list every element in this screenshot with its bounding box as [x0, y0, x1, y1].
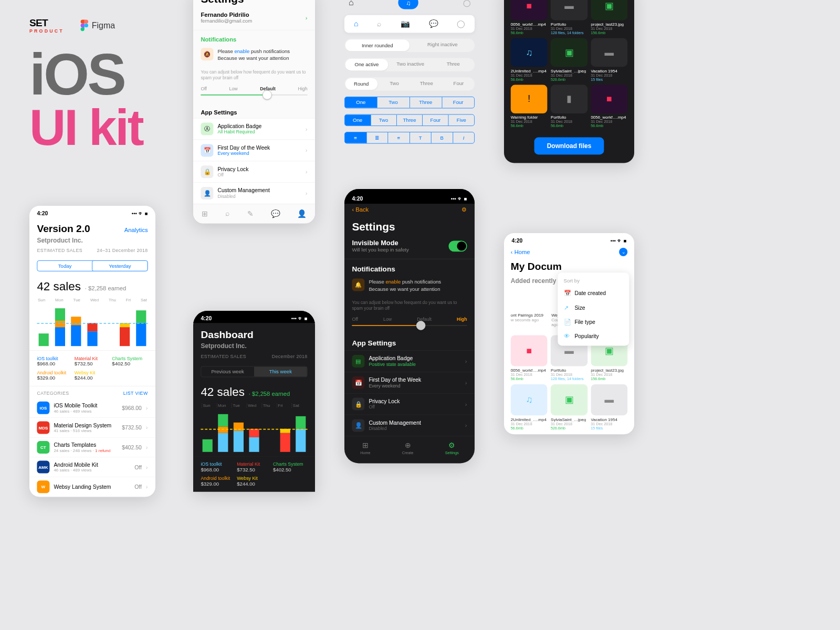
phone-version-light: 4:20••• ᯤ ■ Version 2.0Analytics Setprod…	[29, 206, 155, 497]
recent-item[interactable]: ont Pairings 2019w seconds ago	[511, 313, 547, 327]
align-center-icon[interactable]: ≣	[366, 132, 388, 143]
music-fab[interactable]: ♫	[398, 0, 418, 9]
sort-option[interactable]: 👁Popularity	[558, 329, 629, 343]
sort-dropdown[interactable]: Sort by 📅Date created↗Size📄File type👁Pop…	[558, 272, 629, 345]
grid-icon[interactable]: ⊞	[202, 209, 208, 218]
setting-row[interactable]: Ⓐ Application BadgeAll Habit Required ›	[193, 118, 315, 140]
back-home[interactable]: ‹ Home	[511, 249, 530, 256]
user-icon[interactable]: 👤	[297, 209, 307, 218]
phone-dashboard-dark: 4:20••• ᯤ ■ Dashboard Setproduct Inc. ES…	[193, 311, 315, 492]
setproduct-logo: SET PRODUCT	[29, 17, 64, 34]
user-tab-icon[interactable]: ◯	[457, 19, 465, 29]
setting-row[interactable]: 📅 First Day of the WeekEvery weekend ›	[344, 372, 475, 393]
enable-link[interactable]: enable	[234, 48, 249, 54]
seg-blue-4[interactable]: OneTwoThreeFour	[344, 97, 475, 108]
setting-row[interactable]: 📅 First Day of the WeekEvery weekend ›	[193, 140, 315, 161]
status-bar: 4:20••• ᯤ ■	[29, 206, 155, 218]
align-left-icon[interactable]: ≡	[345, 132, 366, 143]
ios-heading: iOS	[29, 46, 143, 102]
frequency-slider[interactable]	[201, 94, 307, 96]
file-item[interactable]: ! Warning folder 31 Dec 2018 56.6mb	[511, 85, 548, 128]
invisible-mode-row[interactable]: Invisible ModeWill let you keep in safet…	[344, 236, 475, 259]
bell-icon: 🔔	[352, 278, 364, 291]
chat-tab-icon[interactable]: 💬	[429, 19, 438, 29]
camera-tab-icon[interactable]: 📷	[401, 19, 410, 29]
align-right-icon[interactable]: ≡	[388, 132, 410, 143]
segment-today-yesterday[interactable]: Today Yesterday	[37, 260, 148, 271]
tab-home[interactable]: ⊞Home	[360, 440, 370, 455]
profile-row[interactable]: Fernando Pidriliofernandilio@gmail.com ›	[193, 8, 315, 30]
sort-option[interactable]: 📄File type	[558, 314, 629, 329]
search-tab-icon[interactable]: ⌕	[377, 19, 382, 29]
setting-row[interactable]: ▤ Application BadgePositive state availa…	[344, 350, 475, 372]
seg-today[interactable]: Today	[37, 261, 92, 271]
setting-row[interactable]: 👤 Custom ManagementDisabled ›	[193, 182, 315, 204]
user-icon[interactable]: ◯	[463, 0, 470, 6]
file-item[interactable]: ♫ 2Unlimited_….mp4 31 Dec 2018 56.6mb	[511, 38, 548, 81]
download-button[interactable]: Download files	[534, 138, 604, 155]
file-item[interactable]: ■ 0056_workf….mp4 31 Dec 2018 56.6mb	[591, 85, 627, 128]
seg-inner-rounded[interactable]: Inner roundedRight inactive	[344, 39, 475, 52]
seg-format-icons[interactable]: ≡≣≡TBI	[344, 132, 475, 143]
legend-item: Charts System$402.50	[273, 461, 308, 472]
tab-bar[interactable]: ⌂ ⌕ 📷 💬 ◯	[344, 15, 475, 33]
enable-link[interactable]: enable	[385, 279, 401, 285]
list-view-link[interactable]: LIST VIEW	[123, 391, 148, 396]
category-row[interactable]: MDS Material Design System41 sales · 516…	[29, 418, 155, 438]
home-tab-icon[interactable]: ⌂	[354, 19, 359, 29]
seg-blue-5[interactable]: OneTwoThreeFourFive	[344, 114, 475, 126]
italic-icon[interactable]: I	[453, 132, 474, 143]
bold-icon[interactable]: B	[432, 132, 453, 143]
settings-title: Settings	[193, 0, 315, 8]
legend-item: Charts System$402.50	[112, 356, 148, 367]
edit-icon[interactable]: ✎	[247, 209, 254, 218]
legend-item: Websy Kit$244.00	[237, 476, 271, 487]
setting-row[interactable]: 🔒 Privacy LockOff ›	[344, 393, 475, 415]
home-icon[interactable]: ⌂	[349, 0, 354, 7]
category-row[interactable]: AMK Android Mobile Kit46 sales · 489 vie…	[29, 457, 155, 477]
file-item[interactable]: ▣ SylviaSaint_…jpeg 31 Dec 2018 526.6mb	[551, 38, 587, 81]
segment-week[interactable]: Previous week This week	[201, 366, 307, 377]
text-icon[interactable]: T	[410, 132, 431, 143]
toggle-switch[interactable]	[448, 240, 467, 251]
branding-header: SET PRODUCT Figma iOS UI kit	[29, 17, 143, 152]
legend-item: Material Kit$732.50	[237, 461, 271, 472]
sort-option[interactable]: ↗Size	[558, 300, 629, 314]
file-item[interactable]: ▮ Portfolio 31 Dec 2018 56.6mb	[551, 85, 587, 128]
setting-row[interactable]: 👤 Custom ManagementDisabled ›	[344, 415, 475, 436]
seg-yesterday[interactable]: Yesterday	[92, 260, 148, 271]
file-item[interactable]: ♫ 2Unlimited_….mp4 31 Dec 2018 56.6mb	[511, 384, 548, 430]
file-item[interactable]: ■ 0056_workf….mp4 31 Dec 2018 56.6mb	[511, 335, 548, 381]
file-item[interactable]: ▬ Vacation 1954 31 Dec 2018 15 files	[591, 38, 627, 81]
category-row[interactable]: W Websy Landing System Off›	[29, 477, 155, 497]
file-item[interactable]: ■ 0056_workf….mp4 31 Dec 2018 56.6mb	[511, 0, 548, 35]
settings-title: Settings	[344, 215, 475, 236]
sales-chart	[37, 304, 148, 346]
phone-documents-light: 4:20••• ᯤ ■ ‹ Home⌄ My Docum Added recen…	[504, 233, 634, 434]
phone-settings-light: Settings Fernando Pidriliofernandilio@gm…	[193, 0, 315, 224]
file-item[interactable]: ▬ Portfolio 31 Dec 2018 128 files, 14 fo…	[551, 0, 587, 35]
tab-settings[interactable]: ⚙Settings	[445, 440, 459, 455]
seg-round[interactable]: RoundTwoThreeFour	[344, 77, 475, 91]
tab-create[interactable]: ⊕Create	[402, 440, 414, 455]
seg-one-active[interactable]: One activeTwo inactiveThree	[344, 58, 475, 71]
category-row[interactable]: CT Charts Templates24 sales · 248 views …	[29, 438, 155, 458]
search-icon[interactable]: ⌕	[225, 209, 230, 218]
chat-icon[interactable]: 💬	[271, 209, 280, 218]
frequency-slider[interactable]	[352, 325, 467, 326]
analytics-link[interactable]: Analytics	[124, 227, 148, 234]
chevron-right-icon: ›	[306, 14, 308, 21]
bell-icon: 🔕	[201, 48, 213, 60]
file-item[interactable]: ▣ SylviaSaint_…jpeg 31 Dec 2018 526.6mb	[551, 384, 587, 430]
sort-toggle[interactable]: ⌄	[619, 248, 627, 256]
file-item[interactable]: ▣ project_last23.jpg 31 Dec 2018 156.6mb	[591, 0, 627, 35]
gear-icon[interactable]: ⚙	[461, 206, 467, 213]
bottom-tab-bar[interactable]: ⊞ ⌕ ✎ 💬 👤	[193, 204, 315, 224]
sales-count: 42 sales	[37, 280, 80, 293]
category-row[interactable]: iOS iOS Mobile Toolkit46 sales · 489 vie…	[29, 398, 155, 418]
setting-row[interactable]: 🔒 Privacy LockOff ›	[193, 161, 315, 182]
legend-item: Android toolkit$329.00	[37, 370, 72, 381]
file-item[interactable]: ▬ Vacation 1954 31 Dec 2018 15 files	[591, 384, 627, 430]
back-button[interactable]: ‹ Back	[352, 206, 369, 213]
sort-option[interactable]: 📅Date created	[558, 286, 629, 300]
